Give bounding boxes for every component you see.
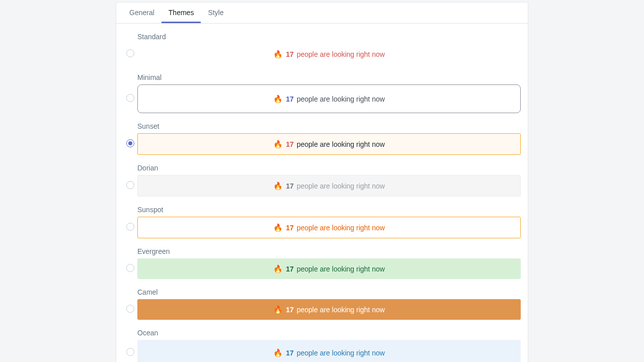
fire-icon: 🔥 [273, 224, 283, 231]
preview-text: people are looking right now [297, 96, 385, 103]
preview-count: 17 [286, 183, 294, 190]
theme-col: Minimal🔥17people are looking right now [137, 73, 521, 113]
preview-text: people are looking right now [297, 349, 385, 356]
theme-preview-camel[interactable]: 🔥17people are looking right now [137, 299, 521, 320]
fire-icon: 🔥 [273, 95, 283, 103]
preview-text: people are looking right now [297, 183, 385, 190]
theme-name-label: Sunspot [137, 206, 521, 214]
preview-text: people are looking right now [297, 306, 385, 313]
preview-text: people are looking right now [297, 51, 385, 58]
fire-icon: 🔥 [273, 265, 283, 273]
radio-standard[interactable] [126, 49, 134, 57]
theme-preview-evergreen[interactable]: 🔥17people are looking right now [137, 258, 521, 279]
radio-col [123, 255, 137, 272]
theme-row-evergreen: Evergreen🔥17people are looking right now [123, 247, 521, 279]
preview-count: 17 [286, 265, 294, 273]
preview-text: people are looking right now [297, 141, 385, 148]
theme-name-label: Ocean [137, 329, 521, 337]
theme-preview-ocean[interactable]: 🔥17people are looking right now [137, 340, 521, 362]
theme-row-dorian: Dorian🔥17people are looking right now [123, 164, 521, 197]
theme-name-label: Sunset [137, 122, 521, 130]
fire-icon: 🔥 [273, 306, 283, 313]
radio-ocean[interactable] [126, 348, 134, 356]
radio-sunspot[interactable] [126, 223, 134, 231]
settings-panel: General Themes Style Standard🔥17people a… [116, 2, 528, 362]
theme-name-label: Standard [137, 33, 521, 41]
theme-preview-standard[interactable]: 🔥17people are looking right now [137, 44, 521, 64]
theme-row-ocean: Ocean🔥17people are looking right now [123, 329, 521, 362]
theme-col: Camel🔥17people are looking right now [137, 288, 521, 320]
theme-col: Standard🔥17people are looking right now [137, 33, 521, 64]
theme-col: Dorian🔥17people are looking right now [137, 164, 521, 197]
preview-count: 17 [286, 51, 294, 58]
radio-col [123, 296, 137, 313]
theme-row-minimal: Minimal🔥17people are looking right now [123, 73, 521, 113]
tab-general[interactable]: General [122, 3, 162, 23]
theme-row-camel: Camel🔥17people are looking right now [123, 288, 521, 320]
preview-count: 17 [286, 306, 294, 313]
themes-content: Standard🔥17people are looking right nowM… [116, 24, 528, 362]
radio-col [123, 40, 137, 57]
fire-icon: 🔥 [273, 349, 283, 356]
fire-icon: 🔥 [273, 50, 283, 58]
theme-preview-sunset[interactable]: 🔥17people are looking right now [137, 133, 521, 155]
radio-col [123, 85, 137, 102]
radio-col [123, 130, 137, 147]
preview-text: people are looking right now [297, 265, 385, 273]
theme-name-label: Camel [137, 288, 521, 296]
radio-camel[interactable] [126, 305, 134, 313]
theme-preview-minimal[interactable]: 🔥17people are looking right now [137, 84, 521, 113]
fire-icon: 🔥 [273, 182, 283, 190]
theme-name-label: Minimal [137, 73, 521, 81]
radio-col [123, 339, 137, 356]
preview-count: 17 [286, 141, 294, 148]
theme-col: Evergreen🔥17people are looking right now [137, 247, 521, 279]
theme-col: Sunset🔥17people are looking right now [137, 122, 521, 155]
preview-text: people are looking right now [297, 224, 385, 231]
preview-count: 17 [286, 96, 294, 103]
theme-preview-dorian[interactable]: 🔥17people are looking right now [137, 175, 521, 197]
radio-evergreen[interactable] [126, 264, 134, 272]
theme-col: Ocean🔥17people are looking right now [137, 329, 521, 362]
radio-dorian[interactable] [126, 181, 134, 189]
radio-col [123, 214, 137, 231]
theme-row-sunspot: Sunspot🔥17people are looking right now [123, 206, 521, 238]
tab-themes[interactable]: Themes [162, 3, 201, 23]
preview-count: 17 [286, 349, 294, 356]
theme-name-label: Dorian [137, 164, 521, 172]
tab-bar: General Themes Style [116, 3, 528, 24]
radio-minimal[interactable] [126, 94, 134, 102]
tab-style[interactable]: Style [201, 3, 230, 23]
radio-sunset[interactable] [126, 139, 134, 147]
fire-icon: 🔥 [273, 140, 283, 148]
theme-preview-sunspot[interactable]: 🔥17people are looking right now [137, 217, 521, 238]
theme-row-standard: Standard🔥17people are looking right now [123, 33, 521, 64]
radio-col [123, 172, 137, 189]
theme-col: Sunspot🔥17people are looking right now [137, 206, 521, 238]
preview-count: 17 [286, 224, 294, 231]
theme-name-label: Evergreen [137, 247, 521, 255]
theme-row-sunset: Sunset🔥17people are looking right now [123, 122, 521, 155]
